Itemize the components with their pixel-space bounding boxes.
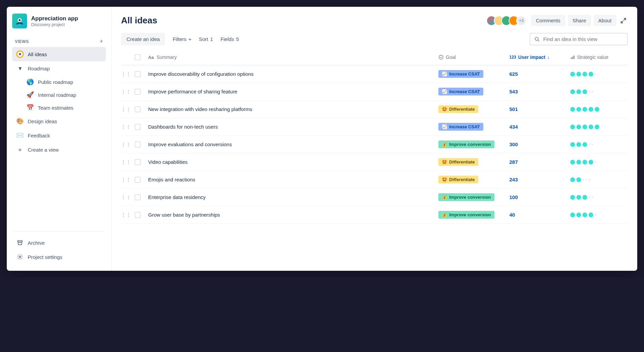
table-row[interactable]: ⋮⋮ Improve performance of sharing featur…	[121, 83, 628, 101]
comments-button[interactable]: Comments	[531, 15, 565, 26]
column-summary[interactable]: Aa Summary	[148, 54, 438, 60]
sidebar-item-feedback[interactable]: ✉️ Feedback	[12, 128, 106, 142]
sidebar-item-label: Roadmap	[28, 66, 50, 71]
search-box[interactable]	[530, 33, 628, 45]
sidebar-item-all-ideas[interactable]: All ideas	[12, 47, 106, 61]
row-checkbox[interactable]	[135, 177, 141, 183]
sidebar-item-internal-roadmap[interactable]: 🚀 Internal roadmap	[22, 88, 106, 101]
sidebar-item-label: Create a view	[28, 147, 59, 153]
filters-button[interactable]: Filters +	[172, 36, 191, 42]
compass-icon	[16, 50, 24, 58]
row-checkbox[interactable]	[135, 212, 141, 218]
table-row[interactable]: ⋮⋮ Grow user base by partnerships 💰Impro…	[121, 206, 628, 224]
rating-dot-filled	[576, 72, 581, 76]
impact-value: 40	[509, 212, 515, 218]
rating-dot-filled	[582, 72, 587, 76]
svg-rect-9	[571, 58, 572, 59]
column-user-impact[interactable]: 123 User impact ↓	[509, 54, 570, 60]
rating-dot-filled	[589, 160, 593, 164]
sidebar-item-label: Feedback	[28, 133, 50, 138]
envelope-icon: ✉️	[16, 132, 24, 139]
rating-dot-filled	[576, 160, 581, 164]
goal-label: Improve conversion	[449, 142, 491, 147]
row-checkbox[interactable]	[135, 71, 141, 77]
drag-handle-icon[interactable]: ⋮⋮	[121, 195, 131, 200]
select-all-checkbox[interactable]	[135, 54, 141, 60]
sidebar-item-design-ideas[interactable]: 🎨 Design ideas	[12, 114, 106, 128]
create-idea-button[interactable]: Create an idea	[121, 33, 165, 45]
summary-text: Improve discoverability of configuration…	[148, 71, 254, 77]
drag-handle-icon[interactable]: ⋮⋮	[121, 142, 131, 147]
rating-dot-filled	[582, 213, 587, 217]
rating-dot-filled	[570, 89, 575, 94]
sidebar-item-team-estimates[interactable]: 📅 Team estimates	[22, 101, 106, 114]
rating-dot-empty	[595, 161, 596, 163]
sidebar-item-public-roadmap[interactable]: 🌎 Public roadmap	[22, 75, 106, 88]
palette-icon: 🎨	[16, 117, 24, 125]
drag-handle-icon[interactable]: ⋮⋮	[121, 89, 131, 94]
search-input[interactable]	[543, 36, 623, 42]
rating-dot-filled	[570, 195, 575, 200]
table-row[interactable]: ⋮⋮ Improve discoverability of configurat…	[121, 65, 628, 83]
drag-handle-icon[interactable]: ⋮⋮	[121, 107, 131, 112]
table-row[interactable]: ⋮⋮ Emojis and reactions 🤩Differentiate 2…	[121, 171, 628, 189]
goal-emoji-icon: 💰	[442, 142, 447, 147]
goal-pill: 🤩Differentiate	[438, 105, 478, 113]
rating-dot-filled	[570, 142, 575, 147]
drag-handle-icon[interactable]: ⋮⋮	[121, 124, 131, 130]
sidebar-item-archive[interactable]: Archive	[12, 236, 106, 250]
column-label: Summary	[157, 54, 177, 60]
row-checkbox[interactable]	[135, 159, 141, 165]
rating-dot-empty	[592, 144, 593, 145]
goal-pill: 💰Improve conversion	[438, 211, 495, 219]
goal-pill: 📈Increase CSAT	[438, 123, 483, 131]
table-row[interactable]: ⋮⋮ Improve evaluations and conversions 💰…	[121, 136, 628, 153]
topbar-right: +3 Comments Share About	[489, 15, 628, 26]
sidebar-item-label: Team estimates	[38, 105, 73, 111]
row-checkbox[interactable]	[135, 89, 141, 95]
calendar-icon: 📅	[26, 104, 34, 111]
row-checkbox[interactable]	[135, 106, 141, 112]
summary-text: Grow user base by partnerships	[148, 212, 220, 218]
strategic-rating	[570, 213, 596, 217]
presence-avatars[interactable]: +3	[489, 16, 526, 26]
goal-label: Differentiate	[449, 177, 475, 182]
sidebar-item-roadmap[interactable]: ▾ Roadmap	[12, 61, 106, 75]
strategic-rating	[570, 125, 599, 129]
goal-pill: 🤩Differentiate	[438, 158, 478, 166]
rating-dot-empty	[585, 179, 587, 180]
drag-handle-icon[interactable]: ⋮⋮	[121, 71, 131, 77]
table-row[interactable]: ⋮⋮ New integration with video resharing …	[121, 101, 628, 118]
project-logo-icon	[12, 14, 27, 28]
column-goal[interactable]: Goal	[438, 54, 509, 60]
fields-button[interactable]: Fields 5	[221, 36, 239, 42]
avatar-more[interactable]: +3	[516, 16, 526, 26]
goal-label: Differentiate	[449, 159, 475, 164]
goal-pill: 🤩Differentiate	[438, 176, 478, 183]
add-view-button[interactable]: +	[99, 38, 103, 45]
goal-label: Improve conversion	[449, 195, 491, 200]
fullscreen-button[interactable]	[619, 16, 628, 25]
drag-handle-icon[interactable]: ⋮⋮	[121, 159, 131, 165]
about-button[interactable]: About	[594, 15, 616, 26]
goal-pill: 💰Improve conversion	[438, 193, 495, 201]
text-icon: Aa	[148, 55, 154, 60]
sidebar-item-project-settings[interactable]: Project settings	[12, 250, 106, 264]
row-checkbox[interactable]	[135, 194, 141, 200]
rating-dot-filled	[582, 142, 587, 147]
column-strategic-value[interactable]: Strategic value	[570, 54, 628, 60]
sidebar-item-create-view[interactable]: ＋ Create a view	[12, 142, 106, 157]
share-button[interactable]: Share	[568, 15, 591, 26]
row-checkbox[interactable]	[135, 124, 141, 130]
rating-dot-empty	[589, 179, 590, 180]
impact-value: 287	[509, 159, 518, 165]
drag-handle-icon[interactable]: ⋮⋮	[121, 177, 131, 182]
sort-label: Sort	[199, 36, 208, 42]
table-row[interactable]: ⋮⋮ Enterprise data residency 💰Improve co…	[121, 189, 628, 206]
row-checkbox[interactable]	[135, 141, 141, 148]
drag-handle-icon[interactable]: ⋮⋮	[121, 212, 131, 218]
table-row[interactable]: ⋮⋮ Video capabilities 🤩Differentiate 287	[121, 153, 628, 171]
table-row[interactable]: ⋮⋮ Dashboards for non-tech users 📈Increa…	[121, 118, 628, 136]
sort-button[interactable]: Sort 1	[199, 36, 213, 42]
svg-rect-10	[572, 57, 573, 59]
